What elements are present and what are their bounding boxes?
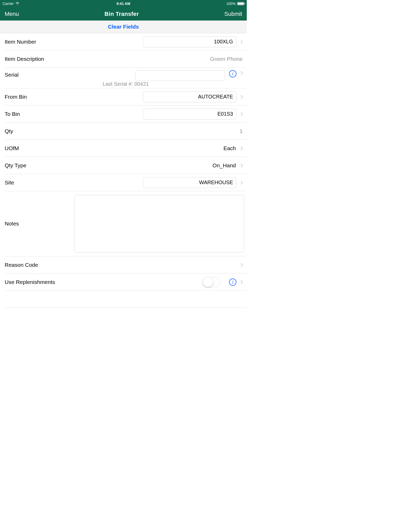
serial-input[interactable]	[135, 70, 225, 81]
info-icon[interactable]: i	[229, 278, 236, 286]
chevron-right-icon	[240, 262, 244, 268]
site-input[interactable]	[143, 177, 236, 188]
form: Item Number Item Description Green Phone…	[0, 33, 247, 308]
page-title: Bin Transfer	[104, 11, 139, 17]
qty-type-value: On_Hand	[30, 162, 236, 169]
chevron-right-icon	[240, 180, 244, 185]
label-uofm: UOfM	[5, 145, 19, 151]
qty-value: 1	[16, 128, 244, 134]
row-serial: Serial i Last Serial #: 00421	[5, 68, 247, 88]
status-time: 9:41 AM	[0, 2, 247, 6]
battery-icon	[237, 2, 244, 5]
label-item-description: Item Description	[5, 56, 44, 62]
chevron-right-icon	[240, 163, 244, 168]
row-reason-code[interactable]: Reason Code	[5, 256, 247, 274]
from-bin-input[interactable]	[143, 91, 236, 102]
chevron-right-icon	[240, 279, 244, 285]
label-site: Site	[5, 179, 14, 186]
chevron-right-icon	[240, 39, 244, 45]
empty-row	[5, 291, 247, 308]
row-from-bin[interactable]: From Bin	[5, 88, 247, 105]
row-notes: Notes	[5, 191, 247, 256]
serial-hint: Last Serial #: 00421	[5, 81, 247, 87]
label-item-number: Item Number	[5, 39, 36, 45]
menu-button[interactable]: Menu	[5, 11, 19, 17]
chevron-right-icon	[240, 94, 244, 100]
row-item-number[interactable]: Item Number	[5, 33, 247, 50]
row-qty: Qty 1	[5, 123, 247, 140]
info-icon[interactable]: i	[229, 70, 236, 77]
label-notes: Notes	[5, 221, 19, 227]
clear-fields-button[interactable]: Clear Fields	[108, 24, 139, 30]
use-replenishments-toggle[interactable]	[203, 277, 221, 287]
item-number-input[interactable]	[143, 36, 236, 47]
nav-bar: Menu Bin Transfer Submit	[0, 7, 247, 21]
row-uofm[interactable]: UOfM Each	[5, 140, 247, 157]
label-use-replenishments: Use Replenishments	[5, 279, 55, 285]
notes-input[interactable]	[74, 195, 244, 252]
chevron-right-icon	[240, 70, 244, 76]
label-reason-code: Reason Code	[5, 262, 38, 268]
label-qty-type: Qty Type	[5, 162, 26, 169]
row-qty-type[interactable]: Qty Type On_Hand	[5, 157, 247, 174]
label-from-bin: From Bin	[5, 94, 27, 100]
status-bar: Carrier 9:41 AM 100%	[0, 0, 247, 7]
submit-button[interactable]: Submit	[224, 11, 242, 17]
label-to-bin: To Bin	[5, 111, 20, 117]
row-use-replenishments: Use Replenishments i	[5, 274, 247, 291]
label-serial: Serial	[5, 70, 19, 78]
chevron-right-icon	[240, 111, 244, 117]
to-bin-input[interactable]	[143, 109, 236, 119]
item-description-value: Green Phone	[47, 56, 244, 62]
label-qty: Qty	[5, 128, 13, 134]
row-item-description: Item Description Green Phone	[5, 50, 247, 68]
row-site[interactable]: Site	[5, 174, 247, 191]
row-to-bin[interactable]: To Bin	[5, 105, 247, 123]
chevron-right-icon	[240, 145, 244, 151]
uofm-value: Each	[22, 145, 236, 151]
toolbar: Clear Fields	[0, 21, 247, 33]
